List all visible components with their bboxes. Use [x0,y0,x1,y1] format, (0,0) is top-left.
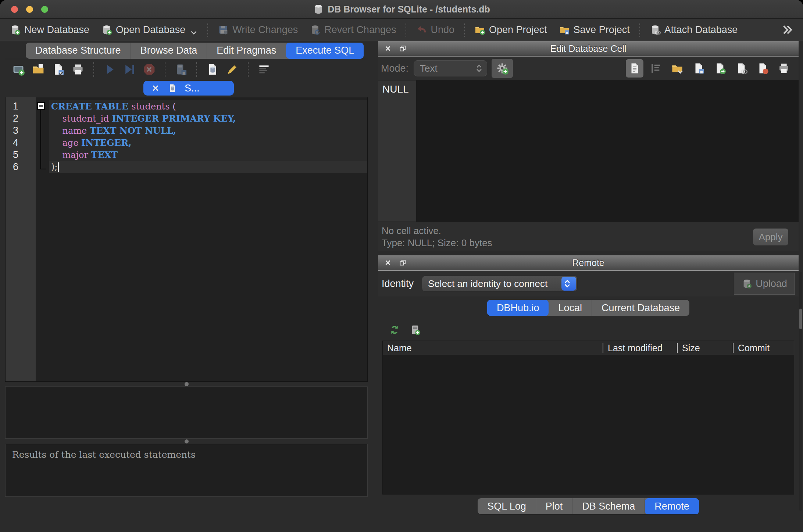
code-line: major TEXT [49,149,367,161]
upload-button[interactable]: Upload [734,273,795,295]
code-text-area[interactable]: CREATE TABLE students ( student_id INTEG… [49,97,367,381]
new-sql-tab-button[interactable] [10,61,27,78]
print-cell-button[interactable] [775,59,793,78]
fold-marker-icon[interactable] [37,102,45,110]
pencil-icon [226,63,239,76]
open-project-button[interactable]: Open Project [468,22,553,38]
splitter-handle[interactable] [185,382,189,386]
app-database-icon [313,4,324,15]
tab-edit-pragmas[interactable]: Edit Pragmas [207,43,286,59]
undo-button[interactable]: Undo [410,22,460,38]
column-header-commit[interactable]: Commit [733,343,794,353]
tab-execute-sql[interactable]: Execute SQL [286,43,364,59]
close-panel-icon[interactable] [383,258,393,267]
cell-status-bar: No cell active. Type: NULL; Size: 0 byte… [378,222,799,251]
toolbar-overflow-button[interactable] [775,22,799,38]
cell-editor-body[interactable]: NULL [378,80,799,222]
horizontal-splitter[interactable] [5,382,368,387]
save-results-button[interactable] [172,61,190,78]
apply-format-button[interactable] [492,59,513,78]
table-body[interactable] [383,355,794,494]
format-sql-button[interactable] [224,61,241,78]
open-file-icon [32,63,45,76]
cell-status-line2: Type: NULL; Size: 0 bytes [382,237,799,249]
toolbar-separator [639,23,640,37]
horizontal-splitter[interactable] [5,439,368,444]
execute-current-line-button[interactable] [121,61,138,78]
revert-changes-button[interactable]: Revert Changes [304,22,402,38]
toolbar-separator [93,62,94,77]
vertical-scrollbar[interactable] [799,272,802,511]
auto-format-button[interactable] [647,59,665,78]
copy-link-button[interactable] [732,59,750,78]
save-file-icon [51,63,65,76]
open-project-icon [474,24,485,35]
sql-tab[interactable]: S... [143,81,234,96]
printer-icon [71,63,85,76]
tab-db-schema[interactable]: DB Schema [572,498,645,514]
code-line: CREATE TABLE students ( [49,100,367,112]
apply-button[interactable]: Apply [753,229,788,245]
mode-select[interactable]: Text [414,60,487,76]
cell-mode-row: Mode: Text [378,57,799,80]
write-changes-icon [218,24,229,35]
chevrons-right-icon [781,24,793,36]
remote-header: Remote [378,255,799,270]
export-cell-data-button[interactable] [690,59,707,78]
open-database-button[interactable]: Open Database [95,22,204,38]
export-sql-button[interactable] [204,61,221,78]
toolbar-separator [406,23,406,37]
column-header-name[interactable]: Name [383,343,603,353]
panel-title: Remote [378,258,799,268]
print-sql-button[interactable] [69,61,87,78]
tab-remote[interactable]: Remote [645,498,699,514]
splitter-handle[interactable] [185,439,189,443]
save-as-button[interactable] [711,59,729,78]
panel-title: Edit Database Cell [378,43,799,54]
sql-code-editor[interactable]: 1 2 3 4 5 6 CREATE TABLE students ( stud… [5,97,368,382]
identity-select[interactable]: Select an identity to connect [422,276,578,292]
write-changes-button[interactable]: Write Changes [212,22,304,38]
tab-local[interactable]: Local [549,300,592,316]
tab-dbhub[interactable]: DBHub.io [487,300,549,316]
new-database-button[interactable]: New Database [4,22,95,38]
tab-browse-data[interactable]: Browse Data [131,43,207,59]
gear-icon [496,62,509,75]
code-line: student_id INTEGER PRIMARY KEY, [49,112,367,125]
save-project-button[interactable]: Save Project [553,22,636,38]
play-to-cursor-icon [123,63,136,76]
column-header-size[interactable]: Size [677,343,733,353]
open-database-dropdown-icon[interactable] [190,29,198,37]
tab-database-structure[interactable]: Database Structure [26,43,131,59]
cell-text-area[interactable] [416,80,799,222]
tab-current-database[interactable]: Current Database [592,300,689,316]
toolbar-separator [196,62,197,77]
refresh-icon[interactable] [389,324,400,335]
fold-guide-line [40,110,46,169]
save-as-icon [714,62,726,75]
column-header-last-modified[interactable]: Last modified [603,343,677,353]
stop-execution-button[interactable] [140,61,158,78]
remote-source-tabs: DBHub.io Local Current Database [378,296,799,319]
add-server-icon[interactable] [410,324,421,335]
close-panel-icon[interactable] [383,44,393,53]
open-sql-file-button[interactable] [29,61,47,78]
import-cell-data-button[interactable] [668,59,686,78]
word-wrap-button[interactable] [255,61,273,78]
save-sql-file-button[interactable] [49,61,67,78]
edit-database-cell-panel: Edit Database Cell Mode: Text [378,41,799,251]
stepper-icon [474,62,487,74]
float-panel-icon[interactable] [398,258,407,267]
scrollbar-handle[interactable] [799,309,802,329]
results-message-pane: Results of the last executed statements [5,444,368,497]
float-panel-icon[interactable] [398,44,407,53]
set-null-button[interactable] [754,59,771,78]
attach-database-button[interactable]: Attach Database [644,22,744,38]
open-database-icon [101,24,112,35]
sql-file-icon [168,83,177,93]
execute-sql-button[interactable] [101,61,118,78]
tab-plot[interactable]: Plot [536,498,573,514]
close-sql-tab-icon[interactable] [151,83,160,93]
tab-sql-log[interactable]: SQL Log [478,498,536,514]
text-mode-button[interactable] [626,59,643,78]
